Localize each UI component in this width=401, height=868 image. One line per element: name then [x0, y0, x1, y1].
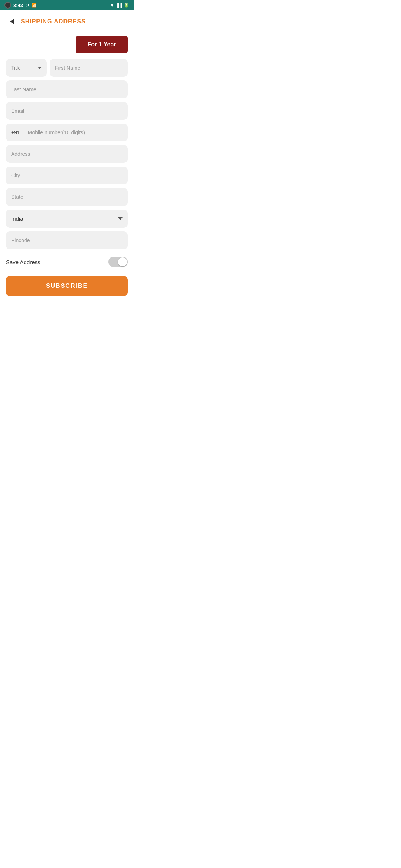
for-year-button[interactable]: For 1 Year	[76, 36, 128, 53]
city-input[interactable]	[6, 167, 128, 184]
mobile-prefix: +91	[11, 124, 24, 141]
save-address-label: Save Address	[6, 259, 40, 265]
last-name-input[interactable]	[6, 80, 128, 98]
pincode-input[interactable]	[6, 231, 128, 249]
title-select[interactable]: Title	[6, 59, 47, 77]
country-value: India	[11, 216, 118, 222]
chevron-down-icon	[38, 67, 42, 69]
chevron-down-country-icon	[118, 217, 123, 220]
wifi-icon: ▼	[110, 3, 114, 8]
page-title: SHIPPING ADDRESS	[21, 18, 86, 25]
first-name-input[interactable]	[50, 59, 128, 77]
email-input[interactable]	[6, 102, 128, 120]
status-bar: 3:43 ⚙ 📶 ▼ ▐▐ 🔋	[0, 0, 134, 10]
status-left: 3:43 ⚙ 📶	[4, 2, 37, 9]
toggle-knob	[118, 257, 127, 266]
signal-icon: 📶	[32, 3, 37, 8]
avatar-icon	[4, 2, 11, 9]
header: SHIPPING ADDRESS	[0, 10, 134, 33]
network-icon: ▐▐	[116, 3, 122, 8]
subscribe-button[interactable]: SUBSCRIBE	[6, 276, 128, 296]
settings-icon: ⚙	[25, 3, 29, 8]
save-address-row: Save Address	[0, 251, 134, 273]
country-select[interactable]: India	[6, 210, 128, 228]
address-input[interactable]	[6, 145, 128, 163]
shipping-form: Title +91 India	[0, 59, 134, 249]
status-right: ▼ ▐▐ 🔋	[110, 3, 129, 8]
battery-icon: 🔋	[124, 3, 129, 8]
back-arrow-icon	[10, 19, 14, 24]
name-row: Title	[6, 59, 128, 77]
title-label: Title	[11, 65, 36, 71]
mobile-row: +91	[6, 124, 128, 141]
save-address-toggle[interactable]	[108, 257, 128, 267]
state-input[interactable]	[6, 188, 128, 206]
banner-area: For 1 Year	[0, 33, 134, 56]
status-time: 3:43	[13, 3, 23, 8]
back-button[interactable]	[6, 16, 18, 27]
mobile-input[interactable]	[28, 124, 123, 141]
